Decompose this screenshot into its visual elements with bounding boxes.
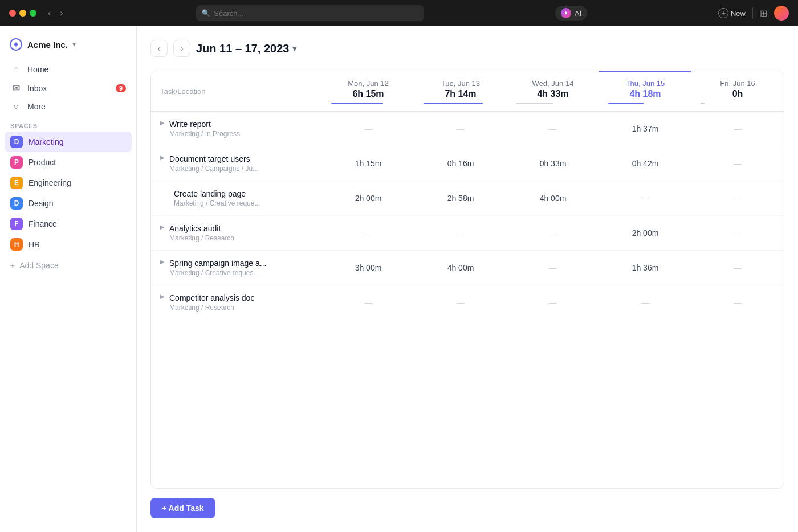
monday-header: Mon, Jun 12 6h 15m: [322, 72, 414, 112]
sidebar-item-product[interactable]: P Product: [5, 152, 132, 173]
sidebar-item-finance[interactable]: F Finance: [5, 214, 132, 234]
topbar: ‹ › 🔍 ✦ AI + New ⊞: [0, 0, 798, 26]
tue-time: —: [414, 285, 507, 320]
sidebar-item-home[interactable]: ⌂ Home: [5, 60, 132, 79]
thu-time: 1h 37m: [599, 112, 691, 146]
wednesday-header: Wed, Jun 14 4h 33m: [507, 72, 599, 112]
logo[interactable]: Acme Inc. ▾: [0, 33, 136, 60]
timesheet-table: Task/Location Mon, Jun 12 6h 15m Tue, Ju…: [150, 71, 784, 489]
fri-time: —: [691, 285, 784, 320]
ai-icon: ✦: [561, 8, 571, 18]
next-week-button[interactable]: ›: [173, 40, 190, 57]
sidebar-item-hr[interactable]: H HR: [5, 234, 132, 255]
expand-button[interactable]: ▶: [160, 259, 165, 265]
mon-time: 2h 00m: [322, 181, 414, 216]
ai-button[interactable]: ✦ AI: [555, 6, 587, 21]
task-name: Competitor analysis doc: [169, 293, 254, 302]
sidebar-item-marketing[interactable]: D Marketing: [5, 132, 132, 152]
new-icon: +: [718, 8, 728, 18]
wed-time: —: [507, 112, 599, 146]
thu-time: 2h 00m: [599, 216, 691, 251]
logo-chevron-icon: ▾: [72, 40, 76, 48]
fri-time: —: [691, 251, 784, 285]
mon-time: —: [322, 216, 414, 251]
monday-bar: [331, 103, 383, 104]
minimize-dot[interactable]: [19, 10, 26, 17]
main-content: ‹ › Jun 11 – 17, 2023 ▾ Task/Location Mo…: [137, 26, 798, 532]
new-label: New: [731, 9, 746, 18]
tue-time: —: [414, 112, 507, 146]
grid-icon[interactable]: ⊞: [760, 8, 767, 19]
monday-label: Mon, Jun 12: [331, 79, 405, 88]
sidebar-item-design[interactable]: D Design: [5, 193, 132, 214]
tue-time: —: [414, 216, 507, 251]
thu-time: 0h 42m: [599, 146, 691, 181]
expand-button[interactable]: ▶: [160, 120, 165, 126]
tuesday-bar: [424, 103, 483, 104]
space-label: Design: [28, 199, 54, 208]
table-row: ▶ Write report Marketing / In Progress —…: [151, 112, 784, 146]
table-row: ▶ Analytics audit Marketing / Research —…: [151, 216, 784, 251]
sidebar-item-label: Inbox: [27, 84, 47, 93]
add-task-button[interactable]: + Add Task: [150, 498, 215, 518]
wed-time: —: [507, 251, 599, 285]
hr-icon: H: [10, 238, 23, 251]
space-label: Marketing: [28, 137, 63, 146]
prev-week-button[interactable]: ‹: [150, 40, 168, 57]
design-icon: D: [10, 197, 23, 210]
tue-time: 4h 00m: [414, 251, 507, 285]
space-label: Finance: [28, 219, 57, 228]
logo-text: Acme Inc.: [27, 40, 68, 50]
friday-hours: 0h: [701, 89, 775, 99]
add-space-label: Add Space: [19, 261, 59, 270]
thu-time: —: [599, 181, 691, 216]
task-location: Marketing / Research: [169, 234, 234, 242]
marketing-icon: D: [10, 136, 23, 148]
task-name: Write report: [169, 120, 240, 129]
thu-time: 1h 36m: [599, 251, 691, 285]
wed-time: —: [507, 285, 599, 320]
sidebar-item-more[interactable]: ○ More: [5, 97, 132, 116]
table-row: ▶ Competitor analysis doc Marketing / Re…: [151, 285, 784, 320]
home-icon: ⌂: [10, 64, 22, 75]
product-icon: P: [10, 156, 23, 169]
search-bar[interactable]: 🔍: [196, 5, 424, 21]
tuesday-label: Tue, Jun 13: [424, 79, 498, 88]
thursday-bar: [608, 103, 644, 104]
tue-time: 2h 58m: [414, 181, 507, 216]
search-icon: 🔍: [202, 9, 210, 17]
task-location: Marketing / Research: [169, 304, 254, 312]
spaces-section-title: Spaces: [0, 116, 136, 132]
thursday-header: Thu, Jun 15 4h 18m: [599, 72, 691, 112]
wed-time: 0h 33m: [507, 146, 599, 181]
avatar[interactable]: [774, 6, 789, 21]
wednesday-hours: 4h 33m: [516, 89, 590, 99]
maximize-dot[interactable]: [30, 10, 36, 17]
mon-time: —: [322, 285, 414, 320]
inbox-icon: ✉: [10, 83, 22, 93]
divider: [752, 7, 753, 19]
friday-label: Fri, Jun 16: [701, 79, 775, 88]
expand-button[interactable]: ▶: [160, 293, 165, 300]
task-name: Create landing page: [174, 189, 260, 198]
expand-button[interactable]: ▶: [160, 224, 165, 230]
search-input[interactable]: [214, 9, 418, 18]
back-button[interactable]: ‹: [46, 7, 53, 19]
table-row: ▶ Spring campaign image a... Marketing /…: [151, 251, 784, 285]
date-range-button[interactable]: Jun 11 – 17, 2023 ▾: [196, 42, 296, 55]
tuesday-hours: 7h 14m: [424, 89, 498, 99]
table-row: Create landing page Marketing / Creative…: [151, 181, 784, 216]
sidebar-item-inbox[interactable]: ✉ Inbox 9: [5, 79, 132, 97]
expand-button[interactable]: ▶: [160, 154, 165, 161]
mon-time: 3h 00m: [322, 251, 414, 285]
sidebar-item-engineering[interactable]: E Engineering: [5, 173, 132, 193]
add-space-button[interactable]: + Add Space: [0, 257, 136, 274]
sidebar-item-label: More: [27, 102, 46, 111]
topbar-right: + New ⊞: [718, 6, 789, 21]
thu-time: —: [599, 285, 691, 320]
task-name: Spring campaign image a...: [169, 259, 266, 268]
new-button[interactable]: + New: [718, 8, 746, 18]
close-dot[interactable]: [9, 10, 16, 17]
forward-button[interactable]: ›: [58, 7, 65, 19]
date-range-text: Jun 11 – 17, 2023: [196, 42, 289, 55]
